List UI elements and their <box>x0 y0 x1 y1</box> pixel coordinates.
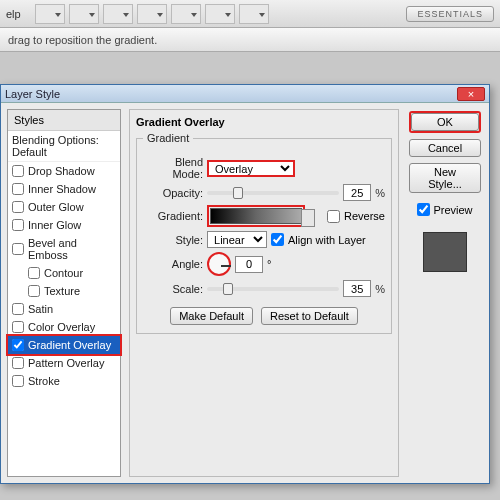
toolbar-icon-4[interactable] <box>137 4 167 24</box>
settings-panel: Gradient Overlay Gradient Blend Mode: Ov… <box>129 109 399 477</box>
style-stroke[interactable]: Stroke <box>8 372 120 390</box>
checkbox-gradient-overlay[interactable] <box>12 339 24 351</box>
gradient-swatch[interactable] <box>210 208 302 224</box>
style-contour[interactable]: Contour <box>8 264 120 282</box>
align-label: Align with Layer <box>288 234 366 246</box>
angle-dial[interactable] <box>207 252 231 276</box>
gradient-label: Gradient: <box>143 210 203 222</box>
style-inner-glow[interactable]: Inner Glow <box>8 216 120 234</box>
opacity-slider[interactable] <box>207 191 339 195</box>
layer-style-dialog: Layer Style × Styles Blending Options: D… <box>0 84 490 484</box>
style-select[interactable]: Linear <box>207 231 267 248</box>
style-drop-shadow[interactable]: Drop Shadow <box>8 162 120 180</box>
checkbox-pattern-overlay[interactable] <box>12 357 24 369</box>
opacity-label: Opacity: <box>143 187 203 199</box>
make-default-button[interactable]: Make Default <box>170 307 253 325</box>
toolbar-icon-6[interactable] <box>205 4 235 24</box>
dialog-right-column: OK Cancel New Style... Preview <box>407 109 483 477</box>
app-menubar: elp ESSENTIALS <box>0 0 500 28</box>
style-gradient-overlay[interactable]: Gradient Overlay <box>8 336 120 354</box>
checkbox-bevel[interactable] <box>12 243 24 255</box>
gradient-group: Gradient Blend Mode: Overlay Opacity: % … <box>136 132 392 334</box>
checkbox-drop-shadow[interactable] <box>12 165 24 177</box>
new-style-button[interactable]: New Style... <box>409 163 481 193</box>
checkbox-contour[interactable] <box>28 267 40 279</box>
toolbar-icon-3[interactable] <box>103 4 133 24</box>
checkbox-inner-shadow[interactable] <box>12 183 24 195</box>
scale-label: Scale: <box>143 283 203 295</box>
workspace-pill[interactable]: ESSENTIALS <box>406 6 494 22</box>
options-bar: drag to reposition the gradient. <box>0 28 500 52</box>
toolbar-icon-7[interactable] <box>239 4 269 24</box>
dialog-title: Layer Style <box>5 88 457 100</box>
checkbox-satin[interactable] <box>12 303 24 315</box>
reset-default-button[interactable]: Reset to Default <box>261 307 358 325</box>
opacity-input[interactable] <box>343 184 371 201</box>
toolbar-icon-1[interactable] <box>35 4 65 24</box>
menu-help[interactable]: elp <box>6 8 21 20</box>
style-bevel-emboss[interactable]: Bevel and Emboss <box>8 234 120 264</box>
style-satin[interactable]: Satin <box>8 300 120 318</box>
blend-mode-label: Blend Mode: <box>143 156 203 180</box>
styles-header[interactable]: Styles <box>8 110 120 131</box>
dialog-titlebar[interactable]: Layer Style × <box>1 85 489 103</box>
style-label: Style: <box>143 234 203 246</box>
style-texture[interactable]: Texture <box>8 282 120 300</box>
style-pattern-overlay[interactable]: Pattern Overlay <box>8 354 120 372</box>
style-outer-glow[interactable]: Outer Glow <box>8 198 120 216</box>
checkbox-outer-glow[interactable] <box>12 201 24 213</box>
style-inner-shadow[interactable]: Inner Shadow <box>8 180 120 198</box>
styles-list: Styles Blending Options: Default Drop Sh… <box>7 109 121 477</box>
close-icon[interactable]: × <box>457 87 485 101</box>
angle-input[interactable] <box>235 256 263 273</box>
checkbox-inner-glow[interactable] <box>12 219 24 231</box>
align-checkbox[interactable] <box>271 233 284 246</box>
blend-mode-select[interactable]: Overlay <box>207 160 295 177</box>
toolbar-icon-5[interactable] <box>171 4 201 24</box>
toolbar-icon-2[interactable] <box>69 4 99 24</box>
checkbox-stroke[interactable] <box>12 375 24 387</box>
reverse-label: Reverse <box>344 210 385 222</box>
settings-heading: Gradient Overlay <box>136 116 392 128</box>
scale-input[interactable] <box>343 280 371 297</box>
preview-label: Preview <box>433 204 472 216</box>
scale-unit: % <box>375 283 385 295</box>
checkbox-color-overlay[interactable] <box>12 321 24 333</box>
blending-options[interactable]: Blending Options: Default <box>8 131 120 162</box>
angle-unit: ° <box>267 258 271 270</box>
angle-label: Angle: <box>143 258 203 270</box>
opacity-unit: % <box>375 187 385 199</box>
checkbox-texture[interactable] <box>28 285 40 297</box>
scale-slider[interactable] <box>207 287 339 291</box>
style-color-overlay[interactable]: Color Overlay <box>8 318 120 336</box>
gradient-legend: Gradient <box>143 132 193 144</box>
ok-button[interactable]: OK <box>411 113 479 131</box>
options-hint: drag to reposition the gradient. <box>8 34 157 46</box>
preview-swatch <box>423 232 467 272</box>
preview-checkbox[interactable] <box>417 203 430 216</box>
reverse-checkbox[interactable] <box>327 210 340 223</box>
cancel-button[interactable]: Cancel <box>409 139 481 157</box>
